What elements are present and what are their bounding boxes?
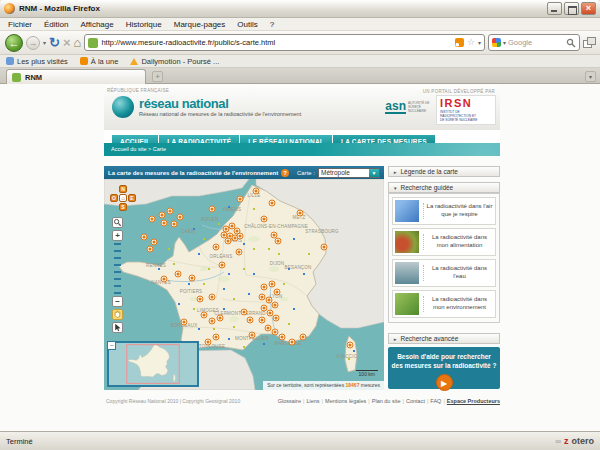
measure-marker[interactable] [181, 319, 188, 326]
play-icon[interactable]: ▶ [436, 374, 453, 391]
zoom-out-button[interactable]: − [112, 296, 123, 307]
guided-item-food[interactable]: La radioactivité dans mon alimentation [392, 228, 496, 256]
measure-marker[interactable] [249, 332, 256, 339]
search-input[interactable]: Google [508, 38, 564, 47]
measure-marker[interactable] [275, 238, 282, 245]
pan-west-button[interactable]: O [110, 194, 118, 202]
menu-help[interactable]: ? [264, 18, 280, 31]
guided-item-air[interactable]: La radioactivité dans l'air que je respi… [392, 197, 496, 225]
measure-marker[interactable] [205, 339, 212, 346]
stop-button[interactable]: × [63, 35, 71, 50]
measure-marker[interactable] [265, 325, 272, 332]
url-dropdown-icon[interactable]: ▾ [478, 39, 481, 46]
guided-item-water[interactable]: La radioactivité dans l'eau [392, 259, 496, 287]
menu-historique[interactable]: Historique [120, 18, 168, 31]
bookmark-dailymotion-pourse[interactable]: Dailymotion - Poursé ... [130, 57, 219, 66]
measure-marker[interactable] [269, 281, 276, 288]
france-map[interactable]: LILLEAMIENSROUENCAENPARISCHÂLONS-EN-CHAM… [104, 179, 384, 390]
measure-marker[interactable] [197, 296, 204, 303]
rnm-logo[interactable]: réseau national Réseau national de mesur… [112, 96, 301, 118]
measure-marker[interactable] [209, 318, 216, 325]
measure-marker[interactable] [213, 334, 220, 341]
measure-marker[interactable] [279, 334, 286, 341]
asn-logo[interactable]: asn AUTORITÉ DE SÛRETÉ NUCLÉAIRE [385, 100, 430, 114]
measure-marker[interactable] [147, 246, 154, 253]
measure-marker[interactable] [321, 244, 328, 251]
home-button[interactable]: ⌂ [74, 34, 82, 52]
measure-marker[interactable] [177, 214, 184, 221]
footer-link-glossaire[interactable]: Glossaire [278, 398, 301, 404]
territory-select[interactable]: Métropole ▼ [318, 168, 380, 178]
measure-marker[interactable] [161, 220, 168, 227]
minimize-button[interactable] [547, 2, 562, 15]
zoom-in-button[interactable]: + [112, 230, 123, 241]
footer-link-mentions-legales[interactable]: Mentions légales [325, 398, 366, 404]
menu-affichage[interactable]: Affichage [74, 18, 119, 31]
pan-east-button[interactable]: E [128, 194, 136, 202]
new-tab-button[interactable]: + [152, 71, 163, 82]
close-button[interactable]: × [581, 2, 596, 15]
pan-south-button[interactable]: S [119, 203, 127, 211]
measure-marker[interactable] [159, 212, 166, 219]
measure-marker[interactable] [189, 275, 196, 282]
help-icon[interactable]: ? [281, 169, 289, 177]
advanced-search-toggle[interactable]: ►Recherche avancée [388, 333, 500, 344]
menu-outils[interactable]: Outils [231, 18, 263, 31]
measure-marker[interactable] [225, 238, 232, 245]
measure-marker[interactable] [171, 221, 178, 228]
pan-hand-tool[interactable] [112, 309, 123, 320]
measure-marker[interactable] [213, 244, 220, 251]
measure-marker[interactable] [241, 309, 248, 316]
url-bar[interactable]: http://www.mesure-radioactivite.fr/publi… [84, 34, 485, 51]
measure-marker[interactable] [297, 210, 304, 217]
measure-marker[interactable] [269, 200, 276, 207]
footer-link-liens[interactable]: Liens [306, 398, 319, 404]
measure-marker[interactable] [161, 276, 168, 283]
zoom-slider[interactable] [114, 243, 121, 295]
zoom-box-tool[interactable] [112, 217, 123, 228]
bookmark-les-plus-visites[interactable]: Les plus visités [6, 57, 68, 66]
measure-marker[interactable] [217, 315, 224, 322]
menu-marque-pages[interactable]: Marque-pages [168, 18, 232, 31]
tab-list-icon[interactable]: ▾ [585, 71, 596, 82]
legend-toggle[interactable]: ►Légende de la carte [388, 166, 500, 177]
overview-minimap[interactable]: − [107, 341, 199, 387]
measure-marker[interactable] [237, 196, 244, 203]
measure-marker[interactable] [261, 216, 268, 223]
menu-fichier[interactable]: Fichier [2, 18, 38, 31]
minimap-collapse-button[interactable]: − [107, 341, 116, 350]
measure-marker[interactable] [167, 208, 174, 215]
measure-marker[interactable] [151, 239, 158, 246]
footer-link-faq[interactable]: FAQ [430, 398, 441, 404]
bookmark-a-la-une[interactable]: À la une [80, 57, 119, 66]
measure-marker[interactable] [261, 284, 268, 291]
rss-feed-icon[interactable] [455, 38, 464, 47]
measure-marker[interactable] [300, 334, 307, 341]
measure-marker[interactable] [272, 329, 279, 336]
reload-button[interactable]: ↻ [49, 34, 60, 52]
guided-search-toggle[interactable]: ▼Recherche guidée [388, 182, 500, 193]
irsn-logo[interactable]: IRSN INSTITUT DE RADIOPROTECTION ET DE S… [436, 95, 496, 125]
restore-button[interactable] [564, 2, 579, 15]
measure-marker[interactable] [219, 262, 226, 269]
footer-link-plan-du-site[interactable]: Plan du site [372, 398, 401, 404]
search-engine-dropdown-icon[interactable]: ▾ [503, 39, 506, 46]
measure-marker[interactable] [209, 294, 216, 301]
forward-button[interactable]: → [26, 36, 40, 50]
history-dropdown-icon[interactable]: ▾ [43, 39, 46, 46]
help-promo[interactable]: Besoin d'aide pour rechercher des mesure… [388, 347, 500, 389]
open-new-window-icon[interactable] [583, 37, 595, 48]
measure-marker[interactable] [175, 271, 182, 278]
measure-marker[interactable] [347, 342, 354, 349]
measure-marker[interactable] [253, 188, 260, 195]
tab-rnm[interactable]: RNM [6, 69, 146, 84]
measure-marker[interactable] [272, 302, 279, 309]
breadcrumb-text[interactable]: Accueil du site > Carte [111, 146, 166, 152]
bookmark-star-icon[interactable]: ☆ [467, 38, 475, 47]
measure-marker[interactable] [289, 339, 296, 346]
measure-marker[interactable] [259, 317, 266, 324]
footer-link-espace-producteurs[interactable]: Espace Producteurs [447, 398, 500, 404]
url-text[interactable]: http://www.mesure-radioactivite.fr/publi… [101, 38, 452, 47]
measure-marker[interactable] [274, 289, 281, 296]
pan-north-button[interactable]: N [119, 185, 127, 193]
